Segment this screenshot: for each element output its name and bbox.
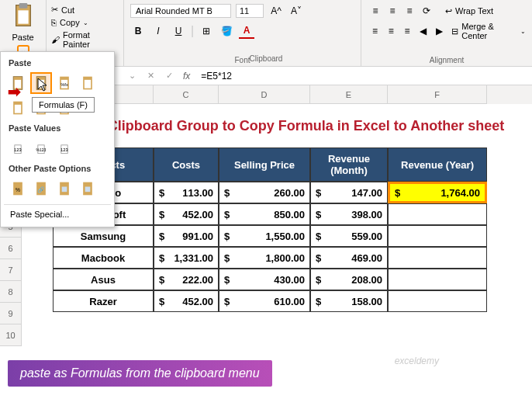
paste-values-format-icon[interactable]: %123 — [30, 137, 52, 159]
cancel-formula-button[interactable]: ✕ — [141, 68, 160, 84]
cell-money[interactable]: $991.00 — [154, 225, 219, 247]
table-row: Asus$222.00$430.00$208.00 — [53, 269, 532, 290]
cell-money[interactable]: $850.00 — [219, 203, 310, 225]
cell-money[interactable]: $452.00 — [154, 203, 219, 225]
cell-money[interactable]: $398.00 — [310, 203, 388, 225]
watermark: exceldemy — [395, 356, 439, 366]
svg-text:%123: %123 — [36, 147, 47, 152]
cell-money[interactable]: $469.00 — [310, 247, 388, 269]
font-size-select[interactable]: 11 — [236, 4, 264, 18]
cell-money[interactable]: $1,550.00 — [219, 225, 310, 247]
row-header[interactable]: 9 — [0, 303, 22, 324]
paste-values-source-icon[interactable]: 123 — [54, 137, 75, 159]
format-painter-button[interactable]: 🖌Format Painter — [48, 29, 122, 50]
row-header[interactable]: 6 — [0, 238, 22, 259]
fx-icon[interactable]: fx — [178, 71, 195, 82]
cell-money[interactable]: $147.00 — [310, 182, 388, 203]
copy-button[interactable]: ⎘Copy ⌄ — [48, 16, 122, 29]
increase-font-button[interactable]: A^ — [268, 3, 284, 19]
align-left-button[interactable]: ≡ — [368, 23, 382, 39]
cell-money[interactable]: $1,331.00 — [154, 247, 219, 269]
cell-product[interactable]: Asus — [53, 269, 154, 290]
paste-formulas-tooltip: Formulas (F) — [32, 97, 95, 113]
cell-money[interactable]: $113.00 — [154, 182, 219, 203]
row-header[interactable]: 7 — [0, 259, 22, 281]
bold-button[interactable]: B — [130, 23, 146, 39]
svg-text:%: % — [16, 187, 20, 193]
name-box-dropdown[interactable]: ⌄ — [123, 68, 141, 84]
cell-money[interactable]: $1,764.00 — [388, 182, 487, 203]
col-header[interactable]: D — [219, 85, 310, 104]
paste-button[interactable]: Paste — [3, 3, 43, 42]
paste-values-icon[interactable]: 123 — [7, 137, 29, 159]
paste-keep-source-icon[interactable] — [77, 72, 98, 94]
row-header[interactable]: 8 — [0, 281, 22, 303]
cell-money[interactable] — [388, 225, 487, 247]
cut-button[interactable]: ✂Cut — [48, 3, 122, 16]
align-center-button[interactable]: ≡ — [384, 23, 399, 39]
cell-money[interactable]: $452.00 — [154, 290, 219, 312]
borders-button[interactable]: ⊞ — [199, 23, 214, 39]
cell-money[interactable]: $158.00 — [310, 290, 388, 312]
cell-product[interactable]: Macbook — [53, 247, 154, 269]
cell-money[interactable]: $610.00 — [219, 290, 310, 312]
paste-formulas-icon[interactable]: fx Formulas (F) — [30, 72, 52, 94]
cell-money[interactable] — [388, 203, 487, 225]
paste-picture-icon[interactable] — [54, 178, 75, 200]
brush-icon: 🖌 — [51, 35, 60, 44]
svg-text:123: 123 — [60, 147, 68, 152]
formula-value[interactable]: =E5*12 — [195, 71, 232, 82]
cell-money[interactable] — [388, 269, 487, 290]
svg-rect-12 — [85, 80, 91, 88]
decrease-font-button[interactable]: A˅ — [288, 3, 304, 19]
font-name-select[interactable]: Arial Rounded MT B — [130, 4, 231, 18]
th-costs[interactable]: Costs — [154, 147, 219, 182]
merge-center-button[interactable]: ⊟Merge & Center ⌄ — [451, 22, 526, 40]
svg-rect-30 — [62, 187, 67, 193]
align-top-button[interactable]: ≡ — [368, 3, 383, 19]
paste-linked-picture-icon[interactable] — [77, 178, 98, 200]
col-header[interactable]: C — [154, 85, 219, 104]
cell-money[interactable] — [388, 247, 487, 269]
th-rev-year[interactable]: Revenue (Year) — [388, 147, 487, 182]
font-color-button[interactable]: A — [239, 23, 254, 39]
paste-special-button[interactable]: Paste Special... — [4, 204, 111, 224]
align-bottom-button[interactable]: ≡ — [402, 3, 417, 19]
cell-product[interactable]: Razer — [53, 290, 154, 312]
th-selling[interactable]: Selling Price — [219, 147, 310, 182]
paste-dropdown-menu: Paste fx Formulas (F) %fx Paste Values 1… — [0, 51, 115, 227]
svg-text:🔗: 🔗 — [38, 186, 46, 193]
font-section-label: Font — [234, 56, 250, 64]
underline-button[interactable]: U — [171, 23, 186, 39]
col-header[interactable]: F — [388, 85, 487, 104]
cell-money[interactable] — [388, 290, 487, 312]
th-rev-month[interactable]: Revenue (Month) — [310, 147, 388, 182]
cell-money[interactable]: $222.00 — [154, 269, 219, 290]
cell-money[interactable]: $260.00 — [219, 182, 310, 203]
cell-money[interactable]: $559.00 — [310, 225, 388, 247]
fill-color-button[interactable]: 🪣 — [219, 23, 234, 39]
wrap-text-button[interactable]: ↩Wrap Text — [445, 6, 493, 16]
red-arrow-annotation: ➡ — [8, 82, 21, 101]
orientation-button[interactable]: ⟳ — [419, 3, 434, 19]
cursor-icon — [36, 77, 49, 92]
align-middle-button[interactable]: ≡ — [385, 3, 400, 19]
enter-formula-button[interactable]: ✓ — [160, 68, 178, 84]
paste-link-icon[interactable]: 🔗 — [30, 178, 52, 200]
cell-product[interactable]: Samsung — [53, 225, 154, 247]
paste-formulas-format-icon[interactable]: %fx — [54, 72, 75, 94]
cell-money[interactable]: $208.00 — [310, 269, 388, 290]
cell-money[interactable]: $1,800.00 — [219, 247, 310, 269]
col-header[interactable]: E — [310, 85, 388, 104]
row-header[interactable]: 10 — [0, 324, 22, 346]
paste-label: Paste — [3, 33, 43, 42]
italic-button[interactable]: I — [150, 23, 166, 39]
wrap-icon: ↩ — [445, 6, 452, 16]
paste-formatting-icon[interactable]: % — [7, 178, 29, 200]
align-right-button[interactable]: ≡ — [400, 23, 415, 39]
indent-decrease-button[interactable]: ◀ — [416, 23, 431, 39]
cell-money[interactable]: $430.00 — [219, 269, 310, 290]
indent-increase-button[interactable]: ▶ — [432, 23, 447, 39]
svg-rect-14 — [15, 105, 21, 113]
table-row: Razer$452.00$610.00$158.00 — [53, 290, 532, 312]
